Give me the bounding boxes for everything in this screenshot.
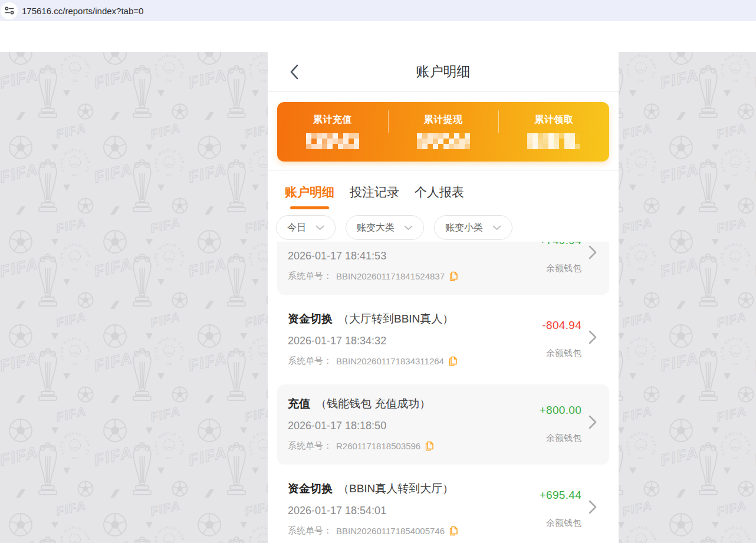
chevron-right-icon	[589, 499, 597, 515]
filter-bar: 今日 账变大类 账变小类	[268, 209, 619, 242]
tab-label: 个人报表	[415, 184, 464, 200]
transaction-item[interactable]: 充值（钱能钱包 充值成功） 2026-01-17 18:18:50 系统单号：R…	[277, 384, 609, 465]
tx-type: 资金切换	[288, 482, 333, 495]
tx-order-row: 系统单号：R2601171818503596	[288, 440, 540, 452]
summary-section: 累计充值 累计提现 累计领取	[268, 92, 619, 170]
tx-order-row: 系统单号：BBIN202601171834311264	[288, 356, 542, 367]
site-settings-icon	[4, 5, 15, 16]
tx-order-label: 系统单号：	[288, 525, 332, 537]
tx-order-row: 系统单号：BBIN202601171854005746	[288, 525, 540, 537]
summary-label: 累计充值	[313, 114, 352, 126]
chevron-right-icon	[589, 414, 597, 430]
tab-personal-report[interactable]: 个人报表	[415, 184, 464, 209]
chevron-right-icon	[589, 330, 597, 345]
tx-wallet: 余额钱包	[540, 518, 581, 529]
tx-order-label: 系统单号：	[288, 271, 332, 282]
tx-time: 2026-01-17 18:54:01	[288, 505, 540, 517]
tx-info: 2026-01-17 18:41:53 系统单号：BBIN20260117184…	[288, 242, 540, 285]
tx-title-row: 资金切换（大厅转到BBIN真人）	[288, 312, 542, 326]
filter-date-dropdown[interactable]: 今日	[276, 215, 336, 240]
tab-account-details[interactable]: 账户明细	[285, 184, 334, 209]
tx-amount-block: +695.44 余额钱包	[540, 482, 581, 540]
account-details-page: 账户明细 累计充值 累计提现 累计领取 账户明细 投注记录	[268, 21, 619, 543]
masked-value	[527, 133, 580, 149]
summary-label: 累计提现	[424, 114, 463, 126]
tx-desc: （大厅转到BBIN真人）	[338, 312, 453, 325]
tx-info: 充值（钱能钱包 充值成功） 2026-01-17 18:18:50 系统单号：R…	[288, 397, 540, 455]
tab-label: 投注记录	[350, 184, 399, 200]
tx-order-label: 系统单号：	[288, 440, 332, 452]
filter-major-category-dropdown[interactable]: 账变大类	[346, 215, 424, 240]
filter-label: 今日	[287, 222, 306, 234]
browser-bar: 175616.cc/reports/index?tab=0	[0, 0, 756, 21]
site-info-button[interactable]	[1, 2, 18, 19]
tx-order-no: BBIN202601171841524837	[336, 271, 445, 281]
tab-label: 账户明细	[285, 184, 334, 200]
chevron-down-icon	[315, 225, 324, 231]
summary-item-withdraw: 累计提现	[388, 102, 499, 162]
transaction-list: 2026-01-17 18:41:53 系统单号：BBIN20260117184…	[268, 242, 619, 543]
filter-label: 账变小类	[445, 222, 483, 234]
copy-icon[interactable]	[449, 271, 458, 281]
tx-info: 资金切换（大厅转到BBIN真人） 2026-01-17 18:34:32 系统单…	[288, 312, 542, 370]
tx-type: 资金切换	[288, 312, 333, 325]
copy-icon[interactable]	[449, 526, 458, 536]
tx-amount: +800.00	[540, 404, 581, 417]
tx-wallet: 余额钱包	[540, 263, 581, 274]
tx-amount: +749.94	[540, 242, 581, 247]
tx-info: 资金切换（BBIN真人转到大厅） 2026-01-17 18:54:01 系统单…	[288, 482, 540, 540]
tx-time: 2026-01-17 18:34:32	[288, 335, 542, 347]
page-title: 账户明细	[268, 52, 619, 91]
transaction-item[interactable]: 资金切换（大厅转到BBIN真人） 2026-01-17 18:34:32 系统单…	[277, 300, 609, 380]
tx-order-no: BBIN202601171854005746	[336, 526, 445, 536]
summary-card: 累计充值 累计提现 累计领取	[277, 102, 609, 162]
tx-amount-block: -804.94 余额钱包	[542, 312, 581, 370]
tx-wallet: 余额钱包	[540, 433, 581, 444]
tx-amount: +695.44	[540, 489, 581, 502]
chevron-right-icon	[589, 245, 597, 260]
filter-minor-category-dropdown[interactable]: 账变小类	[434, 215, 512, 240]
tx-wallet: 余额钱包	[542, 348, 581, 359]
copy-icon[interactable]	[448, 356, 458, 366]
tx-title-row: 资金切换（BBIN真人转到大厅）	[288, 482, 540, 496]
tx-order-no: BBIN202601171834311264	[336, 356, 444, 366]
tx-type: 充值	[288, 397, 310, 410]
transaction-item[interactable]: 资金切换（BBIN真人转到大厅） 2026-01-17 18:54:01 系统单…	[277, 469, 609, 543]
masked-value	[417, 133, 470, 149]
tx-desc: （BBIN真人转到大厅）	[338, 482, 453, 495]
tab-bar: 账户明细 投注记录 个人报表	[268, 171, 619, 209]
tab-bet-records[interactable]: 投注记录	[350, 184, 399, 209]
copy-icon[interactable]	[425, 441, 434, 451]
url-text[interactable]: 175616.cc/reports/index?tab=0	[22, 6, 143, 16]
app-header: 账户明细	[268, 52, 619, 92]
filter-label: 账变大类	[357, 222, 395, 234]
summary-item-claim: 累计领取	[498, 102, 609, 162]
summary-label: 累计领取	[534, 114, 573, 126]
tx-order-row: 系统单号：BBIN202601171841524837	[288, 271, 540, 282]
page-top-spacer	[268, 21, 619, 52]
chevron-left-icon	[289, 64, 299, 80]
tx-amount: -804.94	[542, 319, 581, 332]
tx-amount-block: +749.94 余额钱包	[540, 242, 581, 285]
tx-desc: （钱能钱包 充值成功）	[315, 397, 430, 410]
back-button[interactable]	[283, 61, 304, 83]
transaction-item[interactable]: 2026-01-17 18:41:53 系统单号：BBIN20260117184…	[277, 242, 609, 295]
tx-title-row: 充值（钱能钱包 充值成功）	[288, 397, 540, 411]
tx-order-label: 系统单号：	[288, 356, 332, 367]
summary-item-deposit: 累计充值	[277, 102, 388, 162]
masked-value	[306, 133, 359, 149]
tx-amount-block: +800.00 余额钱包	[540, 397, 581, 455]
tx-time: 2026-01-17 18:41:53	[288, 250, 540, 262]
tx-order-no: R2601171818503596	[336, 441, 420, 451]
chevron-down-icon	[404, 225, 413, 231]
chevron-down-icon	[492, 225, 501, 231]
tx-time: 2026-01-17 18:18:50	[288, 420, 540, 432]
